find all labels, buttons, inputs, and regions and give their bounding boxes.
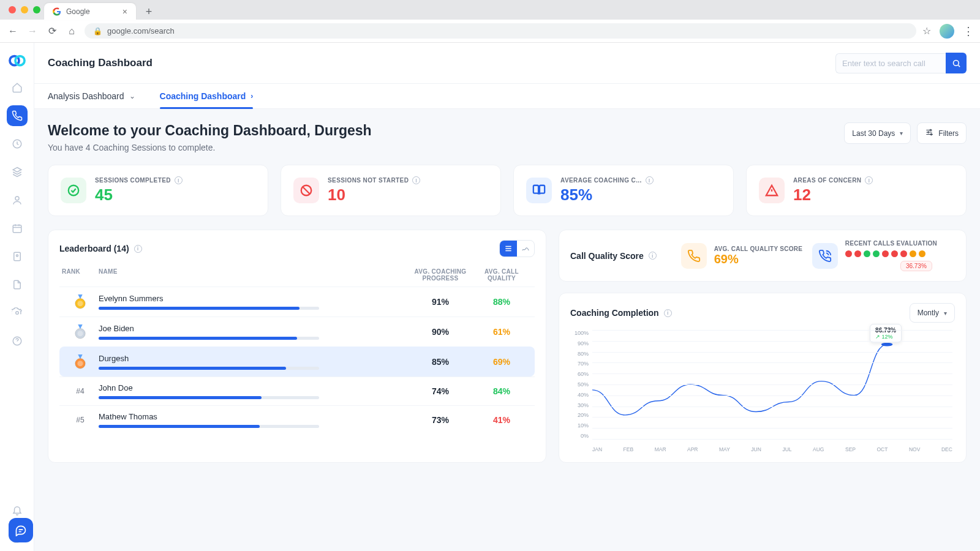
book-open-icon	[526, 178, 552, 203]
nav-profile-icon[interactable]	[7, 246, 28, 267]
reload-button[interactable]: ⟳	[45, 25, 59, 37]
nav-layers-icon[interactable]	[7, 162, 28, 182]
info-icon[interactable]: i	[134, 245, 142, 253]
forward-button[interactable]: →	[26, 26, 39, 37]
evaluation-dot	[882, 250, 889, 257]
search-call	[835, 53, 967, 73]
x-tick: DEC	[941, 446, 952, 452]
nav-notifications-icon[interactable]	[7, 500, 28, 520]
progress-cell: 90%	[410, 327, 471, 337]
search-button[interactable]	[946, 53, 967, 73]
view-chart-button[interactable]	[517, 241, 534, 257]
profile-avatar[interactable]	[940, 24, 954, 39]
x-tick: SEP	[845, 446, 856, 452]
nav-calls-icon[interactable]	[7, 105, 28, 126]
info-icon[interactable]: i	[646, 176, 654, 184]
app-logo-icon[interactable]	[8, 51, 26, 70]
leaderboard-row[interactable]: Joe Biden90%61%	[59, 317, 535, 347]
x-tick: MAR	[655, 446, 666, 452]
sliders-icon	[925, 128, 933, 138]
svg-point-11	[928, 132, 929, 133]
browser-tab[interactable]: Google ×	[44, 3, 136, 20]
evaluation-dot	[854, 250, 861, 257]
svg-point-9	[953, 60, 959, 66]
x-tick: NOV	[909, 446, 920, 452]
svg-point-7	[15, 312, 18, 315]
leaderboard-row[interactable]: #5Mathew Thomas73%41%	[59, 405, 535, 434]
nav-history-icon[interactable]	[7, 133, 28, 154]
quality-cell: 84%	[471, 386, 532, 396]
close-window-icon[interactable]	[9, 6, 16, 13]
rank-cell: #4	[62, 387, 99, 395]
address-bar[interactable]: 🔒 google.com/search	[85, 23, 916, 39]
svg-point-18	[77, 331, 83, 336]
nav-calendar-icon[interactable]	[7, 218, 28, 239]
chart-tooltip: 86.73% ↗ 12%	[870, 324, 902, 343]
coaching-completion-panel: Coaching Completion i Montly ▾ 100%90%80…	[559, 293, 967, 463]
window-controls[interactable]	[9, 6, 40, 13]
leaderboard-row[interactable]: Durgesh85%69%	[59, 347, 535, 377]
rank-cell: #5	[62, 416, 99, 424]
svg-rect-4	[13, 225, 21, 233]
progress-cell: 85%	[410, 357, 471, 367]
browser-menu-icon[interactable]: ⋮	[963, 24, 974, 38]
completion-range-select[interactable]: Montly ▾	[910, 303, 955, 323]
bookmark-star-icon[interactable]: ☆	[922, 25, 931, 37]
call-quality-title: Call Quality Score	[570, 251, 644, 261]
x-tick: APR	[687, 446, 698, 452]
card-areas-of-concern: AREAS OF CONCERNi 12	[746, 165, 967, 216]
completion-title: Coaching Completion	[570, 308, 659, 318]
dashboard-tabs: Analysis Dashboard ⌄ Coaching Dashboard …	[34, 84, 980, 109]
leaderboard-row[interactable]: #4John Doe74%84%	[59, 377, 535, 405]
stat-value: 12	[793, 186, 873, 204]
nav-user-icon[interactable]	[7, 190, 28, 211]
info-icon[interactable]: i	[865, 176, 873, 184]
close-tab-icon[interactable]: ×	[123, 7, 127, 17]
search-input[interactable]	[835, 53, 946, 73]
maximize-window-icon[interactable]	[33, 6, 40, 13]
view-list-button[interactable]	[500, 241, 517, 257]
nav-settings-icon[interactable]	[7, 302, 28, 323]
evaluation-dot	[919, 250, 925, 257]
info-icon[interactable]: i	[664, 309, 672, 317]
secure-lock-icon: 🔒	[93, 27, 102, 36]
new-tab-button[interactable]: +	[141, 4, 157, 20]
evaluation-dot	[910, 250, 916, 257]
rank-cell	[62, 353, 99, 370]
url-text: google.com/search	[107, 26, 175, 36]
quality-cell: 61%	[471, 327, 532, 337]
back-button[interactable]: ←	[6, 26, 20, 37]
chevron-down-icon: ▾	[944, 310, 947, 317]
chat-widget-button[interactable]	[9, 518, 33, 542]
svg-point-6	[16, 255, 18, 257]
page-title: Coaching Dashboard	[48, 57, 153, 69]
tab-coaching-dashboard[interactable]: Coaching Dashboard ›	[160, 91, 254, 108]
leaderboard-row[interactable]: Evelynn Summers91%88%	[59, 287, 535, 317]
nav-home-icon[interactable]	[7, 77, 28, 98]
trend-up-icon: ↗	[875, 334, 880, 340]
x-tick: JUL	[782, 446, 791, 452]
info-icon[interactable]: i	[175, 176, 183, 184]
prohibit-icon	[293, 178, 319, 203]
date-range-select[interactable]: Last 30 Days ▾	[844, 122, 911, 144]
minimize-window-icon[interactable]	[21, 6, 28, 13]
phone-icon	[681, 243, 707, 269]
svg-point-3	[15, 197, 19, 200]
progress-cell: 73%	[410, 415, 471, 425]
call-quality-panel: Call Quality Score i AVG. CALL QUALITY S…	[559, 230, 967, 282]
nav-document-icon[interactable]	[7, 274, 28, 295]
info-icon[interactable]: i	[649, 252, 657, 260]
nav-help-icon[interactable]	[7, 331, 28, 351]
filters-button[interactable]: Filters	[917, 122, 967, 144]
x-tick: OCT	[877, 446, 888, 452]
chevron-down-icon: ▾	[900, 130, 903, 137]
side-rail	[0, 43, 34, 551]
name-cell: Mathew Thomas	[99, 412, 410, 428]
google-logo-icon	[53, 7, 61, 16]
info-icon[interactable]: i	[412, 176, 420, 184]
alert-triangle-icon	[759, 178, 785, 203]
tab-analysis-dashboard[interactable]: Analysis Dashboard ⌄	[48, 91, 135, 108]
home-button[interactable]: ⌂	[65, 26, 78, 37]
recent-calls-badge: 36.73%	[900, 261, 932, 271]
quality-cell: 88%	[471, 297, 532, 307]
